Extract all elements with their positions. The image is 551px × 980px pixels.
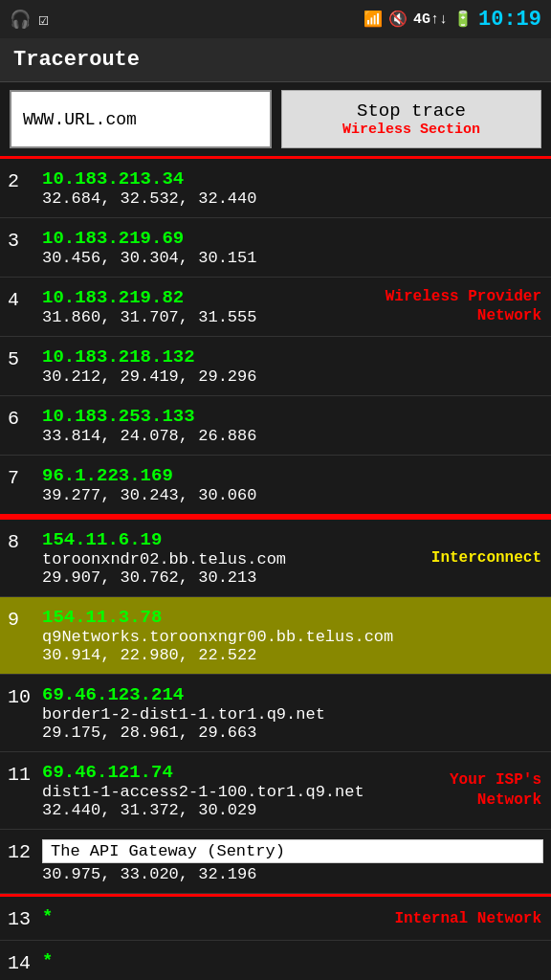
url-input[interactable] xyxy=(10,90,272,148)
trace-table: 210.183.213.3432.684, 32.532, 32.440310.… xyxy=(0,159,551,980)
stop-trace-button[interactable]: Stop trace Wireless Section xyxy=(281,90,541,148)
row-content: 10.183.218.13230.212, 29.419, 29.296 xyxy=(42,346,543,386)
table-row: 14* xyxy=(0,941,551,980)
table-row: 1169.46.121.74dist1-1-access2-1-100.tor1… xyxy=(0,752,551,830)
status-left-icons: 🎧 ☑ xyxy=(10,9,49,30)
wireless-section-label: Wireless Section xyxy=(342,122,480,138)
row-badge: Internal Network xyxy=(394,908,541,928)
row-times: 30.914, 22.980, 22.522 xyxy=(42,646,543,664)
table-row: 610.183.253.13333.814, 24.078, 26.886 xyxy=(0,396,551,456)
table-row: 1069.46.123.214border1-2-dist1-1.tor1.q9… xyxy=(0,675,551,752)
row-ip: 96.1.223.169 xyxy=(42,465,543,486)
row-content: 69.46.123.214border1-2-dist1-1.tor1.q9.n… xyxy=(42,684,543,742)
bluetooth-icon: 📶 xyxy=(364,10,383,29)
row-number: 9 xyxy=(8,607,42,631)
row-number: 2 xyxy=(8,168,42,192)
row-ip: 10.183.213.34 xyxy=(42,168,543,189)
row-content: 10.183.253.13333.814, 24.078, 26.886 xyxy=(42,406,543,445)
row-badge: Wireless ProviderNetwork xyxy=(386,287,541,327)
row-ip: * xyxy=(42,950,543,971)
row-content: 10.183.219.6930.456, 30.304, 30.151 xyxy=(42,228,543,267)
row-content: The API Gateway (Sentry)30.975, 33.020, … xyxy=(42,839,543,883)
row-times: 29.907, 30.762, 30.213 xyxy=(42,568,543,587)
table-row: 9154.11.3.78q9Networks.toroonxngr00.bb.t… xyxy=(0,597,551,675)
row-hostname: q9Networks.toroonxngr00.bb.telus.com xyxy=(42,628,543,646)
row-content: * xyxy=(42,950,543,971)
row-number: 8 xyxy=(8,529,42,553)
check-icon: ☑ xyxy=(38,9,49,30)
status-bar: 🎧 ☑ 📶 🔇 4G↑↓ 🔋 10:19 xyxy=(0,0,551,38)
row-number: 7 xyxy=(8,465,42,489)
row-times: 39.277, 30.243, 30.060 xyxy=(42,486,543,504)
row-times: 32.684, 32.532, 32.440 xyxy=(42,189,543,208)
table-row: 210.183.213.3432.684, 32.532, 32.440 xyxy=(0,159,551,218)
table-row: 13*Internal Network xyxy=(0,894,551,941)
table-row: 796.1.223.16939.277, 30.243, 30.060 xyxy=(0,456,551,517)
headphones-icon: 🎧 xyxy=(10,9,31,30)
battery-icon: 🔋 xyxy=(453,10,473,29)
row-times: 30.456, 30.304, 30.151 xyxy=(42,249,543,267)
status-right-icons: 📶 🔇 4G↑↓ 🔋 10:19 xyxy=(364,8,541,32)
row-ip: 69.46.123.214 xyxy=(42,684,543,705)
table-row: 12The API Gateway (Sentry)30.975, 33.020… xyxy=(0,830,551,894)
row-number: 6 xyxy=(8,406,42,430)
row-number: 14 xyxy=(8,950,42,974)
page-title: Traceroute xyxy=(13,48,140,72)
row-badge: Interconnect xyxy=(431,548,541,568)
row-ip: 154.11.3.78 xyxy=(42,607,543,628)
table-row: 510.183.218.13230.212, 29.419, 29.296 xyxy=(0,337,551,396)
stop-trace-label: Stop trace xyxy=(357,100,466,122)
row-content: 96.1.223.16939.277, 30.243, 30.060 xyxy=(42,465,543,504)
row-number: 5 xyxy=(8,346,42,370)
title-bar: Traceroute xyxy=(0,38,551,82)
row-number: 4 xyxy=(8,287,42,311)
row-number: 11 xyxy=(8,762,42,786)
row-content: 10.183.213.3432.684, 32.532, 32.440 xyxy=(42,168,543,208)
row-badge: Your ISP'sNetwork xyxy=(450,770,541,811)
row-times: 29.175, 28.961, 29.663 xyxy=(42,724,543,742)
row-hostname: border1-2-dist1-1.tor1.q9.net xyxy=(42,705,543,724)
row-number: 13 xyxy=(8,906,42,930)
signal-icon: 4G↑↓ xyxy=(413,11,448,28)
row-ip: 10.183.253.133 xyxy=(42,406,543,427)
table-row: 310.183.219.6930.456, 30.304, 30.151 xyxy=(0,218,551,278)
status-time: 10:19 xyxy=(478,8,541,32)
mute-icon: 🔇 xyxy=(388,10,408,29)
row-ip: 10.183.219.69 xyxy=(42,228,543,249)
row-times: 30.212, 29.419, 29.296 xyxy=(42,368,543,386)
row-content: 154.11.3.78q9Networks.toroonxngr00.bb.te… xyxy=(42,607,543,664)
row-times: 33.814, 24.078, 26.886 xyxy=(42,427,543,445)
controls-row: Stop trace Wireless Section xyxy=(0,82,551,159)
row-times: 30.975, 33.020, 32.196 xyxy=(42,865,543,883)
row-ip: 10.183.218.132 xyxy=(42,346,543,368)
table-row: 8154.11.6.19toroonxndr02.bb.telus.com29.… xyxy=(0,517,551,597)
row-number: 12 xyxy=(8,839,42,863)
table-row: 410.183.219.8231.860, 31.707, 31.555Wire… xyxy=(0,278,551,337)
api-gateway-box: The API Gateway (Sentry) xyxy=(42,839,543,863)
row-number: 3 xyxy=(8,228,42,252)
row-number: 10 xyxy=(8,684,42,708)
